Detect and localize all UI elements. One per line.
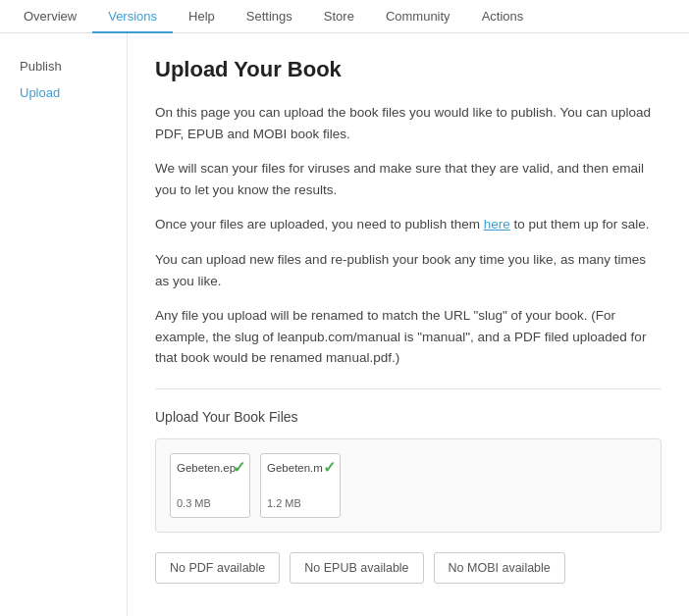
nav-actions[interactable]: Actions <box>466 0 540 33</box>
description-p3: Once your files are uploaded, you need t… <box>155 214 662 235</box>
no-mobi-button[interactable]: No MOBI available <box>434 552 565 584</box>
nav-community[interactable]: Community <box>370 0 466 33</box>
file-card-mobi-size: 1.2 MB <box>267 497 301 509</box>
here-link[interactable]: here <box>484 217 510 231</box>
file-card-epub-name: Gebeten.ep <box>177 462 236 474</box>
nav-overview[interactable]: Overview <box>8 0 92 33</box>
no-pdf-button[interactable]: No PDF available <box>155 552 280 584</box>
description-p5: Any file you upload will be renamed to m… <box>155 305 662 369</box>
main-layout: Publish Upload Upload Your Book On this … <box>0 33 689 616</box>
nav-versions[interactable]: Versions <box>92 0 173 33</box>
file-availability-buttons: No PDF available No EPUB available No MO… <box>155 552 662 584</box>
description-p2: We will scan your files for viruses and … <box>155 158 662 200</box>
top-nav: Overview Versions Help Settings Store Co… <box>0 0 689 33</box>
upload-section-label: Upload Your Book Files <box>155 409 662 425</box>
upload-file-box: Gebeten.ep ✓ 0.3 MB Gebeten.m ✓ 1.2 MB <box>155 438 662 533</box>
description-p3-prefix: Once your files are uploaded, you need t… <box>155 217 484 231</box>
file-card-epub-size: 0.3 MB <box>177 497 211 509</box>
nav-settings[interactable]: Settings <box>231 0 308 33</box>
epub-checkmark-icon: ✓ <box>233 458 245 477</box>
nav-help[interactable]: Help <box>173 0 231 33</box>
nav-store[interactable]: Store <box>308 0 370 33</box>
file-card-mobi-name: Gebeten.m <box>267 462 323 474</box>
description-p4: You can upload new files and re-publish … <box>155 249 662 291</box>
no-epub-button[interactable]: No EPUB available <box>290 552 423 584</box>
description-p1: On this page you can upload the book fil… <box>155 102 662 144</box>
file-card-epub[interactable]: Gebeten.ep ✓ 0.3 MB <box>170 453 250 518</box>
description-p3-suffix: to put them up for sale. <box>510 217 650 231</box>
main-content: Upload Your Book On this page you can up… <box>128 33 689 616</box>
section-divider <box>155 388 662 389</box>
mobi-checkmark-icon: ✓ <box>323 458 336 477</box>
page-title: Upload Your Book <box>155 57 662 82</box>
sidebar-item-publish[interactable]: Publish <box>0 53 127 79</box>
sidebar: Publish Upload <box>0 33 128 616</box>
file-card-mobi[interactable]: Gebeten.m ✓ 1.2 MB <box>260 453 341 518</box>
sidebar-item-upload[interactable]: Upload <box>0 79 127 106</box>
